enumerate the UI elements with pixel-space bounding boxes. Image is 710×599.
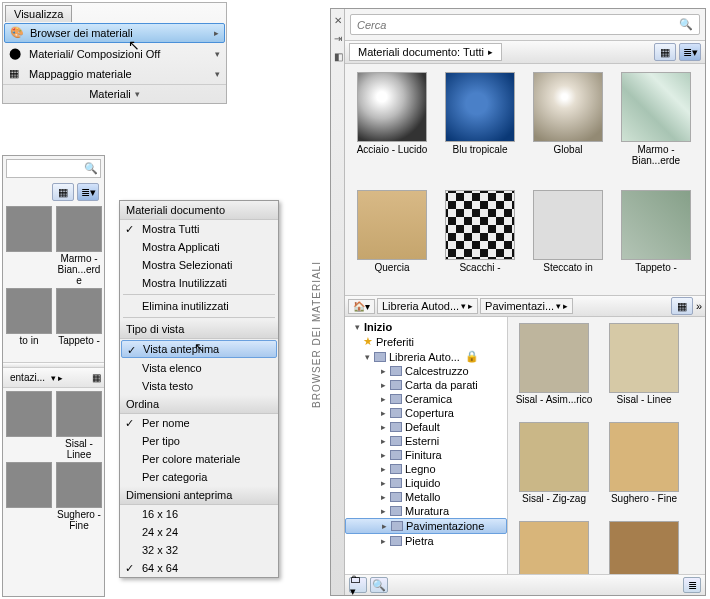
row-label: Materiali/ Composizioni Off: [29, 48, 160, 60]
library-thumb[interactable]: Tappeto - Intrecciato: [604, 521, 684, 574]
menu-item[interactable]: Mostra Inutilizzati: [120, 274, 278, 292]
grid-view-button[interactable]: ▦: [671, 297, 693, 315]
menu-item[interactable]: Elimina inutilizzati: [120, 297, 278, 315]
tree-item[interactable]: ▸ Finitura: [345, 448, 507, 462]
footer-label: Materiali: [89, 88, 131, 100]
menu-item[interactable]: Mostra Selezionati: [120, 256, 278, 274]
breadcrumb-label: Materiali documento: Tutti: [358, 46, 484, 58]
material-thumb[interactable]: Sisal - Linee: [56, 391, 102, 460]
menu-item[interactable]: Vista testo: [120, 377, 278, 395]
material-thumb[interactable]: Marmo - Bian...erde: [56, 206, 102, 286]
grid-view-button[interactable]: ▦: [654, 43, 676, 61]
add-button[interactable]: 🔍: [370, 577, 388, 593]
material-thumb[interactable]: to in: [6, 288, 52, 357]
search-field[interactable]: 🔍: [350, 14, 700, 35]
breadcrumb-text: entazi...: [6, 370, 49, 385]
menu-item[interactable]: Mostra Applicati: [120, 238, 278, 256]
library-thumb[interactable]: Sisal - Linee: [604, 323, 684, 416]
tree-item[interactable]: ▸ Calcestruzzo: [345, 364, 507, 378]
mappaggio-row[interactable]: ▦ Mappaggio materiale ▾: [3, 64, 226, 84]
material-item[interactable]: Blu tropicale: [443, 72, 517, 181]
menu-item[interactable]: Per colore materiale: [120, 450, 278, 468]
search-box[interactable]: 🔍: [6, 159, 101, 178]
material-caption: Acciaio - Lucido: [355, 144, 429, 155]
material-thumb[interactable]: [6, 206, 52, 286]
expand-icon[interactable]: »: [696, 300, 702, 312]
materiali-comp-row[interactable]: ⬤ Materiali/ Composizioni Off ▾: [3, 44, 226, 64]
left-breadcrumb[interactable]: entazi... ▾ ▸ ▦: [3, 368, 104, 388]
library-thumb[interactable]: Sughero - Fine: [604, 422, 684, 515]
material-thumb[interactable]: Sughero - Fine: [56, 462, 102, 531]
chevron-down-icon: ▾: [51, 373, 56, 383]
menu-item[interactable]: ✓Mostra Tutti: [120, 220, 278, 238]
tree-item[interactable]: ▸ Copertura: [345, 406, 507, 420]
material-item[interactable]: Acciaio - Lucido: [355, 72, 429, 181]
menu-item[interactable]: 32 x 32: [120, 541, 278, 559]
tree-item[interactable]: ▸ Metallo: [345, 490, 507, 504]
tree-library[interactable]: ▾ Libreria Auto... 🔒: [345, 349, 507, 364]
chevron-right-icon: ▸: [58, 373, 63, 383]
breadcrumb-segment[interactable]: Materiali documento: Tutti ▸: [349, 43, 502, 61]
close-icon[interactable]: ✕: [332, 15, 344, 27]
toolbar-footer[interactable]: Materiali ▾: [3, 84, 226, 103]
menu-item[interactable]: Per categoria: [120, 468, 278, 486]
library-thumb[interactable]: Sisal - Zig-zag: [514, 422, 594, 515]
thumb-caption: Sughero - Fine: [56, 509, 102, 531]
chevron-down-icon: ▾: [135, 89, 140, 99]
library-thumb[interactable]: Sisal - Asim...rico: [514, 323, 594, 416]
mapping-icon: ▦: [9, 67, 23, 81]
tree-item[interactable]: ▸ Muratura: [345, 504, 507, 518]
grid-view-button[interactable]: ▦: [52, 183, 74, 201]
thumb-caption: Marmo - Bian...erde: [56, 253, 102, 286]
tree-item[interactable]: ▸ Legno: [345, 462, 507, 476]
library-crumb-2[interactable]: Pavimentazi...▾▸: [480, 298, 573, 314]
menu-item[interactable]: Per tipo: [120, 432, 278, 450]
menu-item[interactable]: Vista elenco: [120, 359, 278, 377]
search-input[interactable]: [357, 19, 679, 31]
menu-item[interactable]: ✓Per nome: [120, 414, 278, 432]
dock-icon[interactable]: ◧: [332, 51, 344, 63]
material-thumb[interactable]: [6, 391, 52, 460]
material-item[interactable]: Steccato in: [531, 190, 605, 288]
pin-icon[interactable]: ⇥: [332, 33, 344, 45]
material-item[interactable]: Quercia: [355, 190, 429, 288]
menu-item[interactable]: 16 x 16: [120, 505, 278, 523]
tree-item[interactable]: ▸ Ceramica: [345, 392, 507, 406]
thumb-caption: Sisal - Zig-zag: [514, 493, 594, 515]
manage-button[interactable]: 🗀▾: [349, 577, 367, 593]
thumb-caption: Tappeto -: [56, 335, 102, 357]
tree-item[interactable]: ▸ Carta da parati: [345, 378, 507, 392]
material-thumb[interactable]: [6, 462, 52, 531]
material-item[interactable]: Scacchi -: [443, 190, 517, 288]
search-icon: 🔍: [84, 162, 98, 175]
home-button[interactable]: 🏠▾: [348, 299, 375, 314]
tree-item[interactable]: ▸ Pavimentazione: [345, 518, 507, 534]
visualizza-tab[interactable]: Visualizza: [5, 5, 72, 22]
material-item[interactable]: Tappeto -: [619, 190, 693, 288]
options-button[interactable]: ≣: [683, 577, 701, 593]
view-context-menu: Materiali documento✓Mostra TuttiMostra A…: [119, 200, 279, 578]
left-thumbnail-panel: 🔍 ▦ ≣▾ Marmo - Bian...erdeto inTappeto -…: [2, 155, 105, 597]
tree-item[interactable]: ▸ Pietra: [345, 534, 507, 548]
tree-favorites[interactable]: ★ Preferiti: [345, 334, 507, 349]
thumb-caption: to in: [6, 335, 52, 357]
browser-materiali-row[interactable]: 🎨 Browser dei materiali ▸: [4, 23, 225, 43]
library-crumb-1[interactable]: Libreria Autod...▾▸: [377, 298, 478, 314]
material-item[interactable]: Global: [531, 72, 605, 181]
tree-item[interactable]: ▸ Esterni: [345, 434, 507, 448]
check-icon: ✓: [125, 562, 134, 575]
library-thumb[interactable]: Sughero - Grezzo: [514, 521, 594, 574]
material-item[interactable]: Marmo - Bian...erde: [619, 72, 693, 181]
tree-item[interactable]: ▸ Default: [345, 420, 507, 434]
list-view-button[interactable]: ≣▾: [679, 43, 701, 61]
tree-root[interactable]: ▾Inizio: [345, 320, 507, 334]
list-view-button[interactable]: ≣▾: [77, 183, 99, 201]
check-icon: ✓: [125, 223, 134, 236]
menu-item[interactable]: 24 x 24: [120, 523, 278, 541]
menu-item[interactable]: ✓Vista anteprima: [121, 340, 277, 358]
tree-item[interactable]: ▸ Liquido: [345, 476, 507, 490]
menu-item[interactable]: ✓64 x 64: [120, 559, 278, 577]
material-caption: Steccato in: [531, 262, 605, 273]
library-thumbnails: Sisal - Asim...ricoSisal - LineeSisal - …: [508, 317, 705, 574]
material-thumb[interactable]: Tappeto -: [56, 288, 102, 357]
